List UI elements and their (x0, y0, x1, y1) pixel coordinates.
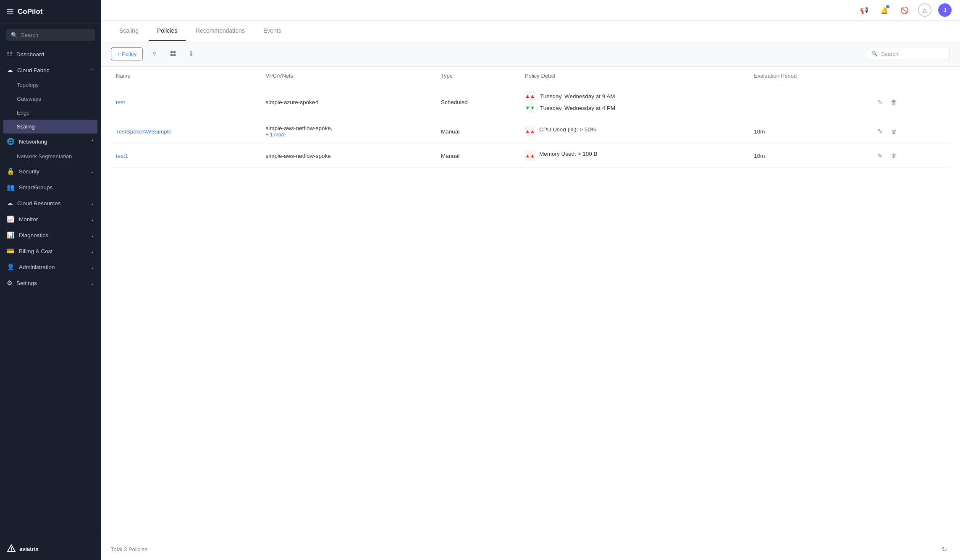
policy-actions-cell: ✎ 🗑 (869, 119, 950, 144)
megaphone-icon[interactable]: 📢 (858, 3, 871, 17)
policy-name-link[interactable]: test1 (116, 153, 128, 159)
sidebar-item-cloud-resources[interactable]: ☁ Cloud Resources ⌄ (0, 195, 101, 211)
sidebar-item-label: SmartGroups (19, 184, 52, 191)
more-link[interactable]: + 1 more (265, 132, 286, 138)
sidebar-item-settings[interactable]: ⚙ Settings ⌄ (0, 275, 101, 291)
chevron-down-icon: ⌄ (91, 249, 94, 254)
admin-icon: 👤 (7, 263, 15, 271)
chevron-down-icon: ⌄ (91, 281, 94, 285)
sidebar-item-network-segmentation[interactable]: Network Segmentation (0, 149, 101, 163)
delete-button[interactable]: 🗑 (888, 126, 900, 137)
sidebar-footer: aviatrix (0, 537, 101, 560)
download-icon[interactable]: ⇓ (185, 47, 198, 60)
policies-table: Name VPC/VNets Type Policy Detail Evalua… (111, 67, 950, 168)
filter-icon[interactable]: ▿ (148, 47, 161, 60)
tab-policies[interactable]: Policies (149, 21, 186, 41)
policy-eval-period-cell: 10m (749, 144, 869, 168)
sidebar-item-billing-cost[interactable]: 💳 Billing & Cost ⌄ (0, 243, 101, 259)
policy-detail-up: CPU Used (%): > 50% (539, 126, 596, 133)
sidebar-item-label: Security (19, 168, 39, 175)
sidebar-item-label: Diagnostics (19, 232, 48, 238)
policy-type-cell: Manual (436, 119, 520, 144)
scale-up-badge: ▲▲ (525, 151, 535, 161)
policy-vpc-value: simple-aws-netflow-spoke, + 1 more (265, 125, 430, 138)
policy-detail-cell: ▲▲ CPU Used (%): > 50% (520, 119, 749, 144)
sidebar-item-topology[interactable]: Topology (0, 78, 101, 92)
policy-detail-down: Tuesday, Wednesday at 4 PM (540, 105, 615, 111)
sidebar-item-label: Settings (16, 280, 37, 286)
aviatrix-logo: aviatrix (7, 544, 39, 553)
tab-events[interactable]: Events (255, 21, 290, 41)
edit-button[interactable]: ✎ (874, 150, 886, 162)
monitor-icon: 📈 (7, 215, 15, 223)
sidebar-item-label: Cloud Fabric (17, 67, 50, 73)
search-icon: 🔍 (11, 32, 18, 38)
add-policy-button[interactable]: + Policy (111, 47, 143, 60)
policy-type-value: Scheduled (441, 99, 468, 105)
policy-type-value: Manual (441, 153, 459, 159)
smartgroups-icon: 👥 (7, 183, 15, 191)
tab-scaling[interactable]: Scaling (111, 21, 147, 41)
table-footer: Total 3 Policies ↻ (101, 538, 960, 560)
delete-button[interactable]: 🗑 (888, 96, 900, 108)
scale-up-badge: ▲▲ (525, 126, 535, 136)
total-policies-label: Total 3 Policies (111, 546, 147, 552)
policy-name-link[interactable]: test (116, 99, 125, 105)
sidebar: CoPilot 🔍 Search ☷ Dashboard ☁ Cloud Fab… (0, 0, 101, 560)
refresh-icon[interactable]: ↻ (938, 543, 950, 555)
sidebar-item-label: Cloud Resources (17, 200, 61, 207)
tab-recommendations[interactable]: Recommendations (187, 21, 253, 41)
sidebar-item-smartgroups[interactable]: 👥 SmartGroups (0, 179, 101, 195)
col-header-evaluation-period: Evaluation Period (749, 67, 869, 85)
policies-table-container: Name VPC/VNets Type Policy Detail Evalua… (101, 67, 960, 538)
sidebar-item-label: Dashboard (16, 51, 44, 58)
table-row: test1 simple-aws-netflow-spoke Manual ▲▲… (111, 144, 950, 168)
policy-eval-period-value: 10m (754, 128, 765, 135)
content-toolbar: + Policy ▿ ⇓ 🔍 Search (101, 41, 960, 67)
notification-bell-icon[interactable]: 🔔 (878, 3, 891, 17)
account-icon[interactable]: △ (918, 3, 931, 17)
sidebar-item-label: Networking (19, 139, 47, 145)
delete-button[interactable]: 🗑 (888, 150, 900, 162)
sidebar-item-label: Administration (19, 264, 55, 270)
sidebar-item-diagnostics[interactable]: 📊 Diagnostics ⌄ (0, 227, 101, 243)
chevron-down-icon: ⌄ (91, 201, 94, 206)
policy-eval-period-cell: 10m (749, 119, 869, 144)
policy-detail-cell: ▲▲ Tuesday, Wednesday at 9 AM ▼▼ Tuesday… (520, 85, 749, 119)
security-icon: 🔒 (7, 167, 15, 175)
scale-up-badge: ▲▲ (525, 91, 535, 101)
sidebar-item-scaling[interactable]: Scaling (3, 120, 97, 133)
user-x-icon[interactable]: 🚫 (898, 3, 911, 17)
policy-name-link[interactable]: TestSpokeAWSsimple (116, 128, 171, 135)
sidebar-item-administration[interactable]: 👤 Administration ⌄ (0, 259, 101, 275)
policy-vpc-cell: simple-azure-spoke4 (260, 85, 435, 119)
table-search[interactable]: 🔍 Search (866, 48, 950, 60)
topology-label: Topology (17, 82, 39, 88)
cloud-resources-icon: ☁ (7, 199, 13, 207)
svg-point-2 (11, 550, 12, 551)
sidebar-item-monitor[interactable]: 📈 Monitor ⌄ (0, 211, 101, 227)
table-row: test simple-azure-spoke4 Scheduled ▲▲ (111, 85, 950, 119)
sidebar-item-dashboard[interactable]: ☷ Dashboard (0, 46, 101, 62)
edit-button[interactable]: ✎ (874, 126, 886, 137)
sidebar-item-edge[interactable]: Edge (0, 106, 101, 120)
sidebar-search-placeholder: Search (21, 32, 38, 38)
edit-button[interactable]: ✎ (874, 96, 886, 108)
sidebar-item-security[interactable]: 🔒 Security ⌄ (0, 163, 101, 179)
billing-icon: 💳 (7, 247, 15, 255)
sidebar-item-cloud-fabric[interactable]: ☁ Cloud Fabric ⌃ (0, 62, 101, 78)
add-policy-label: + Policy (117, 51, 136, 57)
chevron-up-icon: ⌃ (91, 68, 94, 73)
hamburger-icon[interactable] (7, 9, 13, 14)
tabs-bar: Scaling Policies Recommendations Events (101, 21, 960, 41)
columns-icon[interactable] (166, 47, 180, 60)
policy-eval-period-value: 10m (754, 153, 765, 159)
sidebar-item-networking[interactable]: 🌐 Networking ⌃ (0, 133, 101, 149)
sidebar-search[interactable]: 🔍 Search (6, 29, 95, 41)
search-icon: 🔍 (871, 51, 878, 57)
sidebar-item-gateways[interactable]: Gateways (0, 92, 101, 106)
policy-actions-cell: ✎ 🗑 (869, 85, 950, 119)
user-avatar[interactable]: J (938, 3, 952, 17)
scale-down-badge: ▼▼ (525, 103, 535, 113)
dashboard-icon: ☷ (7, 50, 12, 58)
